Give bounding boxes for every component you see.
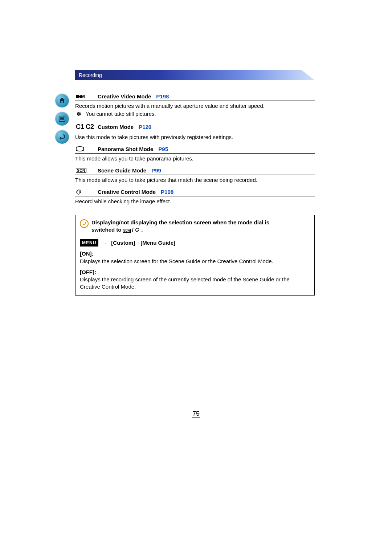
mode-title: Creative Control Mode xyxy=(98,189,156,195)
nav-back-button[interactable] xyxy=(55,130,69,144)
mode-title: Scene Guide Mode xyxy=(98,167,146,174)
page-reference-link[interactable]: P120 xyxy=(139,124,151,130)
mode-title: Panorama Shot Mode xyxy=(98,146,153,152)
page-reference-link[interactable]: P99 xyxy=(151,167,161,174)
list-icon xyxy=(58,115,66,123)
nav-toc-button[interactable] xyxy=(55,112,69,126)
menu-badge: MENU xyxy=(80,239,98,247)
section-header: Recording xyxy=(75,70,315,80)
palette-icon xyxy=(75,189,94,195)
home-icon xyxy=(58,97,66,105)
section-header-label: Recording xyxy=(79,72,102,78)
mode-note: ✽ You cannot take still pictures. xyxy=(75,110,315,118)
menu-path-line: MENU → [Custom]→[Menu Guide] xyxy=(80,239,310,247)
option-on-label: [ON]: xyxy=(80,250,310,257)
mode-row: SCN Scene Guide Mode P99 xyxy=(75,167,315,175)
panorama-icon xyxy=(75,146,94,151)
info-box: Displaying/not displaying the selection … xyxy=(75,215,315,296)
option-off-text: Displays the recording screen of the cur… xyxy=(80,276,310,291)
mode-title: Custom Mode xyxy=(98,124,134,130)
page-reference-link[interactable]: P95 xyxy=(158,146,168,152)
palette-small-icon xyxy=(135,228,140,232)
info-box-heading: Displaying/not displaying the selection … xyxy=(91,219,269,234)
sidebar xyxy=(55,94,70,148)
page-reference-link[interactable]: P198 xyxy=(156,93,169,99)
mode-row: Panorama Shot Mode P95 xyxy=(75,145,315,154)
c1-c2-icon: C1 C2 xyxy=(75,123,94,131)
menu-path: [Custom]→[Menu Guide] xyxy=(111,239,175,247)
svg-rect-4 xyxy=(76,95,79,98)
mode-description: Use this mode to take pictures with prev… xyxy=(75,132,315,145)
mode-row: C1 C2 Custom Mode P120 xyxy=(75,122,315,132)
back-arrow-icon xyxy=(58,133,66,141)
video-m-icon: M xyxy=(75,94,94,99)
page-reference-link[interactable]: P108 xyxy=(161,189,173,195)
option-on-text: Displays the selection screen for the Sc… xyxy=(80,258,310,265)
mode-description: This mode allows you to take panorama pi… xyxy=(75,154,315,167)
mode-description: Record while checking the image effect. xyxy=(75,196,315,207)
option-off-label: [OFF]: xyxy=(80,269,310,276)
mode-description: Records motion pictures with a manually … xyxy=(75,101,315,122)
tip-icon xyxy=(80,219,89,228)
scn-small-icon: SCN xyxy=(123,229,131,233)
mode-title: Creative Video Mode xyxy=(98,93,151,99)
arrow-icon: → xyxy=(102,239,107,247)
content: M Creative Video Mode P198 Records motio… xyxy=(75,93,315,296)
mode-row: M Creative Video Mode P198 xyxy=(75,93,315,101)
svg-point-5 xyxy=(78,191,78,192)
scn-icon: SCN xyxy=(75,168,94,173)
svg-point-6 xyxy=(78,191,79,191)
nav-home-button[interactable] xyxy=(55,94,69,107)
mode-description: This mode allows you to take pictures th… xyxy=(75,175,315,188)
page-number: 75 xyxy=(0,410,392,417)
mode-row: Creative Control Mode P108 xyxy=(75,188,315,196)
asterisk-icon: ✽ xyxy=(77,110,81,118)
svg-point-7 xyxy=(79,191,80,192)
